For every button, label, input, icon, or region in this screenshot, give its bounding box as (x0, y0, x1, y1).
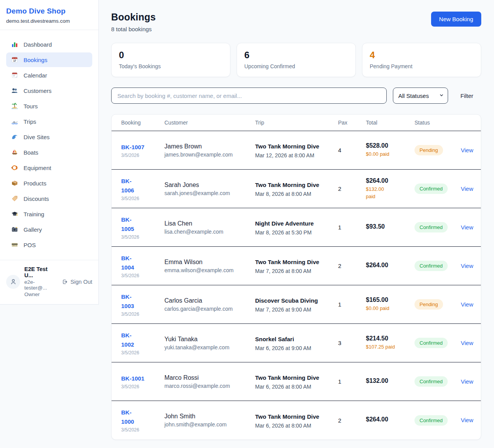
table-row: BK-1001 3/5/2026 Marco Rossi marco.rossi… (112, 362, 481, 401)
nav-item-label: Bookings (24, 57, 47, 63)
sidebar-item-training[interactable]: Training (6, 207, 92, 221)
pax-value: 3 (338, 340, 366, 346)
customer-cell: Emma Wilson emma.wilson@example.com (164, 259, 255, 273)
sidebar-item-dive-sites[interactable]: Dive Sites (6, 130, 92, 144)
view-link[interactable]: View (461, 301, 473, 308)
sidebar-item-equipment[interactable]: Equipment (6, 160, 92, 175)
booking-date: 3/5/2026 (121, 427, 164, 433)
sidebar-item-discounts[interactable]: Discounts (6, 191, 92, 206)
sidebar-item-customers[interactable]: Customers (6, 83, 92, 98)
status-badge: Confirmed (414, 376, 448, 387)
stat-label: Pending Payment (370, 63, 474, 69)
sidebar-item-calendar[interactable]: Calendar (6, 68, 92, 83)
trip-name: Two Tank Morning Dive (255, 142, 333, 151)
view-link[interactable]: View (461, 224, 473, 231)
table-row: BK- 1004 3/5/2026 Emma Wilson emma.wilso… (112, 247, 481, 285)
booking-number-line1: BK- (121, 177, 164, 186)
view-link[interactable]: View (461, 185, 473, 192)
customer-email: lisa.chen@example.com (164, 229, 255, 235)
main-content: Bookings 8 total bookings New Booking 0 … (99, 0, 494, 448)
booking-number-link[interactable]: BK- 1005 (121, 215, 164, 234)
view-link[interactable]: View (461, 417, 473, 423)
paid-amount: $107.25 paid (366, 344, 414, 351)
nav-item-icon (11, 72, 19, 79)
customer-name: James Brown (164, 143, 255, 150)
booking-number-link[interactable]: BK-1001 (121, 374, 164, 383)
status-select[interactable]: All Statuses (393, 88, 448, 104)
paid-line1: $132.00 (366, 186, 414, 193)
column-header-booking: Booking (121, 120, 164, 126)
trip-cell: Snorkel Safari Mar 6, 2026 at 9:00 AM (255, 335, 338, 351)
column-header-status: Status (414, 120, 461, 126)
booking-number-link[interactable]: BK- 1000 (121, 408, 164, 426)
total-cell: $214.50 $107.25 paid (366, 335, 414, 351)
customer-email: marco.rossi@example.com (164, 383, 255, 389)
total-cell: $264.00 $132.00 paid (366, 177, 414, 200)
trip-name: Two Tank Morning Dive (255, 258, 333, 267)
trip-date: Mar 8, 2026 at 8:00 AM (255, 191, 333, 197)
total-cell: $165.00 $0.00 paid (366, 296, 414, 312)
view-link[interactable]: View (461, 378, 473, 385)
booking-number-line1: BK- (121, 331, 164, 340)
sidebar-item-gallery[interactable]: Gallery (6, 222, 92, 237)
sidebar-item-trips[interactable]: Trips (6, 114, 92, 129)
stat-value: 4 (370, 50, 474, 61)
booking-cell: BK-1007 3/5/2026 (121, 143, 164, 158)
booking-number-line1: BK- (121, 292, 164, 301)
sidebar-item-tours[interactable]: Tours (6, 99, 92, 113)
actions-cell: View (461, 340, 473, 347)
booking-date: 3/5/2026 (121, 273, 164, 278)
booking-number-line2: 1002 (121, 340, 164, 349)
booking-number-link[interactable]: BK- 1004 (121, 254, 164, 272)
total-amount: $264.00 (366, 262, 414, 269)
customer-cell: John Smith john.smith@example.com (164, 413, 255, 428)
sidebar-item-boats[interactable]: Boats (6, 145, 92, 160)
booking-cell: BK- 1004 3/5/2026 (121, 254, 164, 278)
stat-cards: 0 Today's Bookings 6 Upcoming Confirmed … (111, 43, 481, 77)
total-amount: $264.00 (366, 177, 414, 184)
page-title: Bookings (111, 12, 156, 23)
page-subtitle: 8 total bookings (111, 26, 156, 32)
view-link[interactable]: View (461, 147, 473, 153)
stat-card: 0 Today's Bookings (111, 43, 230, 77)
booking-number-link[interactable]: BK- 1003 (121, 292, 164, 311)
sidebar-item-products[interactable]: Products (6, 176, 92, 190)
booking-number-link[interactable]: BK-1007 (121, 143, 164, 152)
nav-item-icon (11, 180, 19, 187)
booking-number-line1: BK-1007 (121, 143, 164, 152)
total-amount: $93.50 (366, 223, 414, 230)
search-input[interactable] (111, 88, 387, 104)
pax-value: 1 (338, 378, 366, 385)
customer-email: emma.wilson@example.com (164, 267, 255, 273)
sidebar-item-bookings[interactable]: 17 Bookings (6, 52, 92, 67)
nav-item-label: Discounts (24, 195, 49, 202)
booking-number-link[interactable]: BK- 1006 (121, 177, 164, 195)
status-cell: Confirmed (414, 261, 461, 271)
booking-number-link[interactable]: BK- 1002 (121, 331, 164, 349)
stat-card: 4 Pending Payment (362, 43, 481, 77)
booking-date: 3/5/2026 (121, 153, 164, 158)
pax-value: 4 (338, 147, 366, 153)
sign-out-label: Sign Out (71, 279, 92, 285)
paid-line1: $0.00 paid (366, 151, 414, 158)
new-booking-button[interactable]: New Booking (431, 12, 481, 27)
pax-value: 2 (338, 417, 366, 424)
booking-number-line2: 1005 (121, 224, 164, 234)
filter-button[interactable]: Filter (454, 89, 479, 102)
user-role: Owner (24, 291, 58, 297)
brand-block: Demo Dive Shop demo.test.divestreams.com (0, 0, 98, 30)
nav-item-label: POS (24, 242, 36, 248)
trip-date: Mar 6, 2026 at 8:00 AM (255, 423, 333, 429)
customer-name: John Smith (164, 413, 255, 420)
status-cell: Confirmed (414, 338, 461, 348)
status-cell: Confirmed (414, 376, 461, 387)
view-link[interactable]: View (461, 263, 473, 269)
sign-out-button[interactable]: Sign Out (62, 279, 92, 285)
sidebar-item-dashboard[interactable]: Dashboard (6, 37, 92, 52)
nav-item-label: Gallery (24, 226, 42, 233)
customer-name: Emma Wilson (164, 259, 255, 266)
customer-email: james.brown@example.com (164, 152, 255, 158)
sidebar-item-pos[interactable]: POS (6, 237, 92, 252)
trip-cell: Two Tank Morning Dive Mar 6, 2026 at 8:0… (255, 373, 338, 390)
view-link[interactable]: View (461, 340, 473, 346)
